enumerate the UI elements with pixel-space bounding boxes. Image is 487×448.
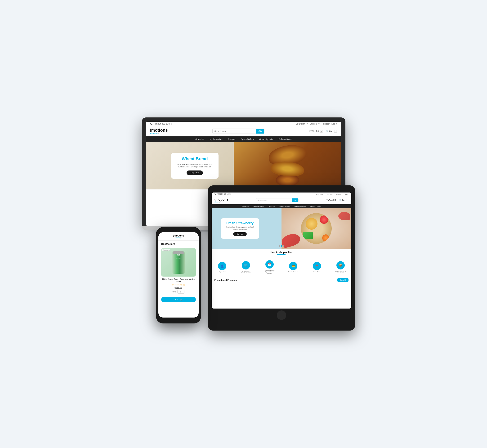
add-to-cart-button[interactable]: ADD 🛒: [161, 297, 196, 302]
phone-outer: tmotions ●Grocery🛒 Bestsellers Marish Ar…: [156, 227, 201, 323]
tablet-nav: Groceries My Favourites Recipes Special …: [212, 204, 351, 208]
tablet-nav-groceries[interactable]: Groceries: [239, 204, 251, 208]
hero-description: there's 30% off our online shop range un…: [176, 163, 214, 168]
tablet-nav-recipes[interactable]: Recipes: [266, 204, 277, 208]
product-wishlist-icon[interactable]: ♡: [191, 250, 194, 254]
step-schedule: 📅 Set a convenient day and time for deli…: [264, 260, 276, 274]
promo-title: Promotional Products: [215, 279, 237, 281]
hero-buy-button[interactable]: Buy Now: [187, 170, 203, 175]
login-link[interactable]: Log in: [331, 123, 337, 125]
tablet-search-input[interactable]: [256, 199, 292, 202]
phone-icon: 📞: [150, 123, 152, 125]
tablet-carousel-dots: [279, 245, 284, 247]
tablet-how-title: How to shop online: [214, 251, 349, 254]
star-5: ☆: [183, 283, 185, 286]
tablet: 📞 +44 254 425 12456 US Dollar ▾ English …: [208, 185, 355, 331]
language-selector[interactable]: English: [310, 123, 317, 125]
tablet-topbar: 📞 +44 254 425 12456 US Dollar ▾ English …: [212, 192, 351, 196]
tablet-hero-banner: Fresh Strawberry Best for kids - to make…: [212, 208, 351, 249]
tablet-wishlist[interactable]: ♡ Wishlist 0: [326, 199, 337, 201]
hero-content-box: Wheat Bread there's 30% off our online s…: [171, 153, 218, 179]
tablet-home-button[interactable]: [277, 311, 286, 320]
product-name: 100% Aqua Coco Coconut Water 310Ml: [161, 278, 196, 283]
nav-groceries[interactable]: Groceries: [192, 136, 207, 142]
tablet-how-section: How to shop online: [212, 249, 351, 258]
tablet-register[interactable]: Register: [336, 193, 342, 195]
tablet-hero-btn[interactable]: Buy Now: [233, 232, 247, 236]
qty-label: Qty:: [172, 291, 176, 293]
logo-text: tmotions: [150, 128, 168, 132]
cart-button[interactable]: 🛒 Cart 0: [326, 130, 337, 133]
step-choose: 🛒 Choose your favorite products: [240, 261, 252, 274]
hero-left: Wheat Bread there's 30% off our online s…: [146, 148, 244, 184]
step-line-2: [252, 265, 264, 265]
step-delivery: 📦 Expect delivery of your product!: [335, 261, 347, 274]
step-line-1: [228, 265, 240, 265]
step-icon-delivery: 📦: [336, 261, 345, 270]
hero-discount: 30%: [183, 163, 187, 165]
tablet-phone-number: +44 254 425 12456: [217, 193, 231, 195]
nav-great-nights[interactable]: Great Nights In: [256, 136, 276, 142]
tablet-nav-delivery-saver[interactable]: Delivery Saver: [308, 204, 324, 208]
currency-selector[interactable]: US Dollar: [295, 123, 305, 125]
nav-special-offers[interactable]: Special Offers: [238, 136, 256, 142]
tablet-nav-great-nights[interactable]: Great Nights In: [292, 204, 308, 208]
tablet-login[interactable]: Log in: [344, 193, 348, 195]
laptop-hero-banner: Wheat Bread there's 30% off our online s…: [146, 142, 341, 189]
nav-favourites[interactable]: My Favourites: [207, 136, 225, 142]
tablet-phone: 📞 +44 254 425 12456: [215, 193, 232, 195]
register-link[interactable]: Register: [321, 123, 330, 125]
nav-delivery-saver[interactable]: Delivery Saver: [276, 136, 295, 142]
step-line-3: [276, 265, 287, 265]
phone-screen: tmotions ●Grocery🛒 Bestsellers Marish Ar…: [158, 232, 199, 318]
wishlist-button[interactable]: ♡ Wishlist 0: [309, 130, 323, 133]
hero-right: [234, 142, 341, 189]
product-stars: ☆ ☆ ☆ ☆ ☆: [161, 283, 196, 286]
plate: [301, 213, 332, 244]
wishlist-label: Wishlist: [311, 130, 319, 132]
step-line-5: [323, 265, 335, 265]
cart-count: 0: [334, 130, 337, 133]
step-icon-schedule: 📅: [265, 260, 274, 269]
step-icon-registration: 👤: [218, 262, 226, 270]
step-line-4: [299, 265, 311, 265]
hero-title: Wheat Bread: [176, 157, 214, 161]
tablet-hero-desc: Best for kids - to make yummy food and s…: [225, 226, 255, 230]
tablet-phone-icon: 📞: [215, 193, 217, 195]
tablet-logo-text: tmotions: [215, 198, 228, 201]
tablet-currency[interactable]: US Dollar: [316, 193, 323, 195]
step-pay: 💳 Pay for the order: [287, 262, 299, 273]
tablet-search-button[interactable]: GO: [292, 199, 298, 202]
laptop-nav: Groceries My Favourites Recipes Special …: [146, 136, 341, 142]
star-3: ☆: [177, 283, 179, 286]
tablet-header-actions: ♡ Wishlist 0 🛒 Cart 0: [326, 199, 349, 201]
step-label-choose: Choose your favorite products: [240, 270, 252, 274]
product-qty: Qty:: [161, 290, 196, 294]
step-icon-pay: 💳: [289, 262, 297, 270]
hero-desc-start: there's: [177, 163, 183, 165]
laptop-topbar: 📞 +44 254 425 12456 US Dollar ▾ English …: [146, 122, 341, 126]
step-label-pay: Pay for the order: [288, 271, 298, 273]
product-image: Marish Arora AQUACOCO Coconut Water ♡: [161, 248, 196, 277]
search-button[interactable]: GO: [256, 129, 264, 134]
step-registration: 👤 Registration: [216, 262, 228, 273]
phone-number: +44 254 425 12456: [153, 123, 172, 125]
step-label-schedule: Set a convenient day and time for delive…: [264, 270, 276, 274]
heart-icon: ♡: [309, 130, 311, 132]
show-all-button[interactable]: Show All: [337, 278, 349, 282]
tablet-language[interactable]: English: [327, 193, 332, 195]
nav-recipes[interactable]: Recipes: [225, 136, 238, 142]
tablet-outer: 📞 +44 254 425 12456 US Dollar ▾ English …: [208, 185, 355, 331]
phone-product: Marish Arora AQUACOCO Coconut Water ♡ 10…: [158, 246, 199, 297]
scene: 📞 +44 254 425 12456 US Dollar ▾ English …: [125, 117, 362, 331]
product-price: $111.00: [161, 287, 196, 289]
cart-label: Cart: [329, 130, 333, 132]
tablet-cart[interactable]: 🛒 Cart 0: [339, 199, 348, 201]
quantity-input[interactable]: [177, 290, 184, 294]
tablet-nav-special-offers[interactable]: Special Offers: [277, 204, 292, 208]
strawberry-image: [281, 208, 351, 249]
step-icon-choose: 🛒: [242, 261, 250, 270]
wishlist-count: 0: [319, 130, 323, 133]
search-input[interactable]: [213, 129, 256, 134]
tablet-nav-favourites[interactable]: My Favourites: [251, 204, 266, 208]
